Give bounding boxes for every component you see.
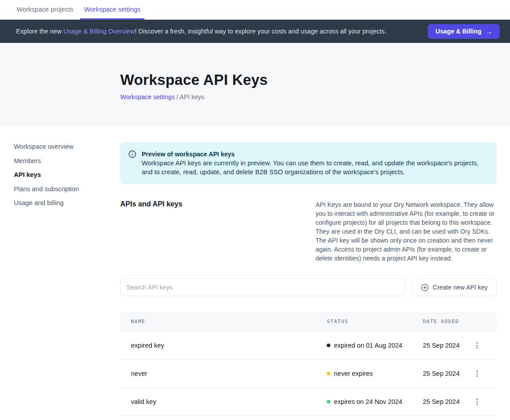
api-key-status: expires on 24 Nov 2024 — [327, 398, 423, 405]
arrow-right-icon: → — [485, 28, 492, 35]
tab-workspace-settings[interactable]: Workspace settings — [80, 0, 144, 20]
api-keys-table: NAME STATUS DATE ADDED expired key expir… — [120, 312, 497, 416]
kebab-menu-icon[interactable] — [475, 397, 480, 407]
plus-circle-icon — [421, 284, 429, 291]
page-header: Workspace API Keys Workspace settings / … — [0, 43, 510, 126]
usage-billing-button-label: Usage & Billing — [435, 28, 481, 35]
page-title: Workspace API Keys — [120, 71, 510, 88]
breadcrumb: Workspace settings / API keys — [120, 93, 510, 101]
api-key-status: never expires — [327, 370, 423, 377]
table-row: never never expires 25 Sep 2024 — [120, 360, 497, 388]
api-key-status: expired on 01 Aug 2024 — [327, 342, 423, 349]
sidebar-item-members[interactable]: Members — [14, 158, 120, 164]
api-keys-section-header: APIs and API keys API Keys are bound to … — [120, 200, 497, 263]
banner-text-after: ! Discover a fresh, insightful way to ex… — [135, 28, 386, 35]
preview-info-callout: Preview of workspace API keys Workspace … — [120, 142, 497, 184]
status-dot-expired — [327, 344, 330, 347]
kebab-menu-icon[interactable] — [475, 369, 480, 378]
info-icon — [128, 150, 136, 176]
api-keys-toolbar: Create new API key — [120, 278, 497, 296]
column-header-name: NAME — [131, 319, 327, 324]
banner-text-before: Explore the new — [16, 28, 63, 35]
create-api-key-button[interactable]: Create new API key — [412, 278, 497, 296]
tab-workspace-projects[interactable]: Workspace projects — [13, 0, 77, 20]
api-key-date-added: 25 Sep 2024 — [423, 342, 468, 349]
sidebar-item-plans-and-subscription[interactable]: Plans and subscription — [14, 186, 120, 193]
sidebar-item-api-keys[interactable]: API keys — [14, 172, 120, 178]
status-text: never expires — [334, 370, 373, 377]
api-key-name: never — [131, 370, 327, 377]
api-key-name: expired key — [131, 342, 327, 349]
section-heading: APIs and API keys — [120, 200, 316, 263]
column-header-date-added: DATE ADDED — [423, 319, 468, 324]
callout-body: Workspace API keys are currently in prev… — [142, 159, 486, 176]
api-key-name: valid key — [131, 398, 327, 405]
breadcrumb-workspace-settings[interactable]: Workspace settings — [120, 93, 175, 101]
callout-title: Preview of workspace API keys — [142, 150, 486, 159]
sidebar-item-usage-and-billing[interactable]: Usage and billing — [14, 200, 120, 206]
settings-sidebar: Workspace overview Members API keys Plan… — [0, 126, 120, 416]
usage-billing-button[interactable]: Usage & Billing → — [428, 24, 500, 39]
api-key-date-added: 25 Sep 2024 — [423, 398, 468, 405]
status-dot-valid — [327, 400, 330, 403]
kebab-menu-icon[interactable] — [475, 340, 480, 350]
sidebar-item-workspace-overview[interactable]: Workspace overview — [14, 143, 120, 150]
status-dot-never-expires — [327, 372, 330, 375]
table-header-row: NAME STATUS DATE ADDED — [120, 312, 497, 332]
usage-billing-overview-link[interactable]: Usage & Billing Overview — [63, 28, 135, 35]
top-navigation: Workspace projects Workspace settings — [0, 0, 510, 20]
create-api-key-label: Create new API key — [433, 284, 488, 291]
callout-content: Preview of workspace API keys Workspace … — [142, 150, 486, 176]
table-row: valid key expires on 24 Nov 2024 25 Sep … — [120, 388, 497, 416]
table-row: expired key expired on 01 Aug 2024 25 Se… — [120, 332, 497, 360]
content-area: Workspace overview Members API keys Plan… — [0, 126, 510, 416]
search-input[interactable] — [120, 278, 405, 296]
column-header-status: STATUS — [327, 319, 423, 324]
section-description: API Keys are bound to your Ory Network w… — [316, 200, 497, 263]
status-text: expired on 01 Aug 2024 — [334, 342, 402, 349]
status-text: expires on 24 Nov 2024 — [334, 398, 402, 405]
main-panel: Preview of workspace API keys Workspace … — [120, 126, 497, 416]
banner-message: Explore the new Usage & Billing Overview… — [16, 28, 387, 35]
breadcrumb-current: API keys — [180, 93, 204, 101]
api-key-date-added: 25 Sep 2024 — [423, 370, 468, 377]
breadcrumb-separator: / — [175, 93, 180, 101]
announcement-banner: Explore the new Usage & Billing Overview… — [0, 20, 510, 43]
